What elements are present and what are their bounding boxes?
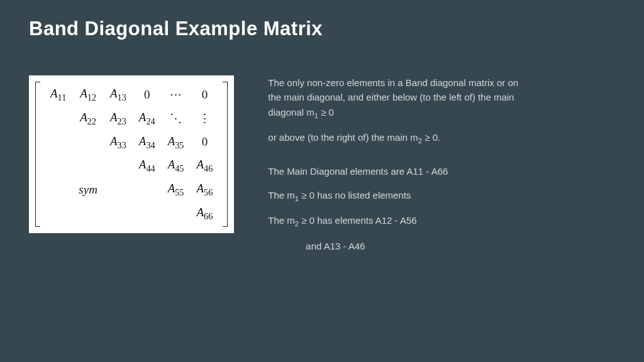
desc-p6: and A13 - A46 — [268, 239, 532, 253]
text: The only non-zero elements in a Band dia… — [268, 77, 518, 118]
text: or above (to the right of) the main m — [268, 132, 418, 143]
matrix-cell: A56 — [190, 178, 219, 202]
matrix-cell: ⋮ — [190, 107, 219, 131]
text: The m — [268, 190, 295, 200]
matrix-cell: A45 — [162, 154, 191, 178]
matrix-cell: A11 — [44, 83, 72, 107]
matrix-cell: A35 — [162, 131, 191, 155]
matrix-cell: A44 — [133, 154, 162, 178]
matrix-cell: 0 — [190, 83, 219, 107]
content-row: A11A12A130⋯0A22A23A24⋱⋮A33A34A350A44A45A… — [29, 75, 615, 262]
matrix-cell — [104, 154, 133, 178]
text: ≥ 0. — [422, 132, 440, 143]
matrix-cell — [133, 202, 162, 226]
matrix-cell — [44, 154, 72, 178]
matrix-cell: sym — [72, 178, 104, 202]
desc-p3: The Main Diagonal elements are A11 - A66 — [268, 164, 532, 178]
matrix-cell — [72, 154, 104, 178]
matrix-cell — [72, 131, 104, 155]
text: ≥ 0 has no listed elements — [299, 190, 411, 200]
matrix-image: A11A12A130⋯0A22A23A24⋱⋮A33A34A350A44A45A… — [29, 75, 234, 233]
matrix-cell: ⋯ — [162, 83, 191, 107]
matrix-cell: A24 — [133, 107, 162, 131]
left-bracket-icon — [35, 82, 40, 227]
matrix-cell — [133, 178, 162, 202]
matrix-cell: A66 — [190, 202, 219, 226]
page-title: Band Diagonal Example Matrix — [29, 18, 615, 40]
matrix-cell: A12 — [72, 83, 104, 107]
right-bracket-icon — [223, 82, 228, 227]
text: ≥ 0 has elements A12 - A56 — [299, 215, 417, 226]
desc-p2: or above (to the right of) the main m2 ≥… — [268, 130, 532, 146]
description-text: The only non-zero elements in a Band dia… — [268, 75, 532, 262]
matrix-cell — [104, 178, 133, 202]
matrix-cell: ⋱ — [162, 107, 191, 131]
matrix-cell — [104, 202, 133, 226]
matrix-cell: A33 — [104, 131, 133, 155]
matrix-cell — [44, 202, 72, 226]
text: The m — [268, 215, 295, 226]
matrix-cell — [162, 202, 191, 226]
desc-p1: The only non-zero elements in a Band dia… — [268, 75, 532, 121]
matrix-cell — [44, 107, 72, 131]
matrix-cell: A46 — [190, 154, 219, 178]
matrix-cell: A13 — [104, 83, 133, 107]
text: ≥ 0 — [318, 107, 334, 118]
matrix-cell: A23 — [104, 107, 133, 131]
desc-p4: The m1 ≥ 0 has no listed elements — [268, 188, 532, 204]
desc-p5: The m2 ≥ 0 has elements A12 - A56 — [268, 213, 532, 229]
matrix-cell: A34 — [133, 131, 162, 155]
matrix-cell: A55 — [162, 178, 191, 202]
slide: Band Diagonal Example Matrix A11A12A130⋯… — [0, 0, 644, 362]
matrix-cell — [72, 202, 104, 226]
matrix-cell: 0 — [133, 83, 162, 107]
matrix-cell: A22 — [72, 107, 104, 131]
matrix-cell: 0 — [190, 131, 219, 155]
matrix-cell — [44, 178, 72, 202]
matrix-table: A11A12A130⋯0A22A23A24⋱⋮A33A34A350A44A45A… — [44, 83, 219, 226]
matrix-cell — [44, 131, 72, 155]
